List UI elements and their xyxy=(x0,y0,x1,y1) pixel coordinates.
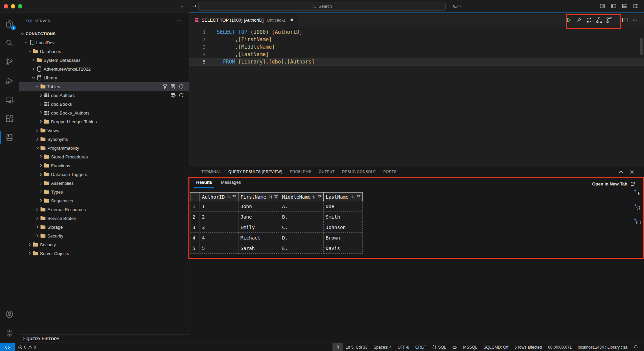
status-language-mode[interactable]: SQL xyxy=(429,343,449,351)
tree-item-external-resources[interactable]: External Resources xyxy=(19,205,189,214)
grid-rownum-cell[interactable]: 4 xyxy=(190,233,200,243)
grid-cell[interactable]: Emily xyxy=(238,222,280,233)
status-problems[interactable]: 00 xyxy=(15,343,39,351)
tree-item-dbo-books-authors[interactable]: dbo.Books_Authors xyxy=(19,108,189,117)
editor-tab-sql-query[interactable]: SELECT TOP (1000) [AuthorID] Untitled-1 xyxy=(189,12,298,27)
sql-editor[interactable]: 1SELECT TOP (1000) [AuthorID]2 ,[FirstNa… xyxy=(189,27,644,166)
tree-item-service-broker[interactable]: Service Broker xyxy=(19,214,189,223)
panel-tab-query-results-preview[interactable]: QUERY RESULTS (PREVIEW) xyxy=(228,166,282,178)
status-connection[interactable]: localhost,1434 : Library : sa xyxy=(575,343,630,351)
panel-tab-problems[interactable]: PROBLEMS xyxy=(290,166,312,178)
grid-cell[interactable]: 3 xyxy=(200,222,238,233)
filter-icon[interactable] xyxy=(274,195,278,199)
status-zoom-indicator[interactable] xyxy=(332,343,343,351)
activity-bar-item-extensions[interactable] xyxy=(0,109,19,128)
toggle-panel-button[interactable] xyxy=(621,3,628,9)
tree-item-programmability[interactable]: Programmability xyxy=(19,144,189,152)
status-sqlcmd[interactable]: SQLCMD: Off xyxy=(480,343,511,351)
results-tab-messages[interactable]: Messages xyxy=(219,178,243,188)
toggle-sidebar-button[interactable] xyxy=(610,3,617,9)
estimated-plan-button[interactable] xyxy=(594,15,604,25)
toggle-secondary-sidebar-button[interactable] xyxy=(632,3,639,9)
tree-item-database-triggers[interactable]: Database Triggers xyxy=(19,170,189,179)
status-mssql-provider[interactable]: MSSQL xyxy=(460,343,480,351)
close-icon[interactable] xyxy=(628,169,635,175)
grid-cell[interactable]: Michael xyxy=(238,233,280,243)
tree-item-types[interactable]: Types xyxy=(19,187,189,196)
table-edit-icon[interactable] xyxy=(170,93,176,98)
grid-cell[interactable]: Brown xyxy=(324,233,363,243)
tree-item-localdev[interactable]: LocalDev xyxy=(19,38,189,47)
activity-bar-item-source-control[interactable] xyxy=(0,52,19,71)
panel-chevron-up-icon[interactable] xyxy=(618,169,624,175)
grid-rownum-cell[interactable]: 2 xyxy=(190,212,200,222)
minimize-window-button[interactable] xyxy=(11,4,15,8)
actual-plan-button[interactable] xyxy=(604,15,614,25)
panel-tab-debug-console[interactable]: DEBUG CONSOLE xyxy=(342,166,376,178)
activity-bar-item-search[interactable] xyxy=(0,33,19,52)
change-connection-button[interactable] xyxy=(584,15,594,25)
grid-cell[interactable]: A. xyxy=(280,201,324,212)
activity-bar-item-settings[interactable] xyxy=(0,324,19,343)
status-query-time[interactable]: 00:00:00.071 xyxy=(545,343,575,351)
grid-cell[interactable]: E. xyxy=(280,243,324,254)
tree-item-databases[interactable]: Databases xyxy=(19,47,189,56)
grid-cell[interactable]: Jane xyxy=(238,212,280,222)
query-history-section[interactable]: QUERY HISTORY xyxy=(19,334,189,343)
tree-item-system-databases[interactable]: System Databases xyxy=(19,56,189,65)
nav-back-button[interactable] xyxy=(180,2,187,10)
grid-cell[interactable]: Johnson xyxy=(324,222,363,233)
tree-item-synonyms[interactable]: Synonyms xyxy=(19,135,189,144)
tree-item-dbo-authors[interactable]: dbo.Authors xyxy=(19,91,189,100)
grid-cell[interactable]: C. xyxy=(280,222,324,233)
sort-icon[interactable] xyxy=(268,195,273,199)
sort-icon[interactable] xyxy=(351,195,355,199)
grid-cell[interactable]: B. xyxy=(280,212,324,222)
nav-forward-button[interactable] xyxy=(190,2,198,10)
grid-cell[interactable]: Davis xyxy=(324,243,363,254)
table-plus-icon[interactable] xyxy=(170,84,176,90)
grid-header-firstname[interactable]: FirstName xyxy=(238,193,280,201)
ellipsis-button[interactable] xyxy=(630,15,640,25)
save-as-json-button[interactable] xyxy=(634,203,641,211)
grid-header-authorid[interactable]: AuthorID xyxy=(200,193,238,201)
save-as-csv-button[interactable] xyxy=(634,218,641,225)
status-eol[interactable]: CRLF xyxy=(412,343,429,351)
tree-item-stored-procedures[interactable]: Stored Procedures xyxy=(19,152,189,161)
tree-item-tables[interactable]: Tables xyxy=(19,82,189,91)
panel-tab-terminal[interactable]: TERMINAL xyxy=(201,166,221,178)
status-rows-affected[interactable]: 5 rows affected xyxy=(511,343,545,351)
filter-icon[interactable] xyxy=(356,195,361,199)
open-in-new-tab-button[interactable]: Open in New Tab xyxy=(592,178,636,190)
status-encoding[interactable]: UTF-8 xyxy=(395,343,412,351)
panel-tab-ports[interactable]: PORTS xyxy=(383,166,396,178)
status-remote-indicator[interactable] xyxy=(0,343,15,351)
grid-rownum-cell[interactable]: 3 xyxy=(190,222,200,233)
tree-item-server-objects[interactable]: Server Objects xyxy=(19,249,189,258)
more-actions-icon[interactable] xyxy=(176,18,182,24)
grid-cell[interactable]: 2 xyxy=(200,212,238,222)
tree-item-library[interactable]: Library xyxy=(19,73,189,82)
command-center-search[interactable]: Search xyxy=(198,2,446,11)
close-window-button[interactable] xyxy=(4,4,8,8)
status-cursor-position[interactable]: Ln 5, Col 33 xyxy=(343,343,371,351)
activity-bar-item-run-and-debug[interactable] xyxy=(0,71,19,90)
activity-bar-item-explorer[interactable]: 1 xyxy=(0,15,19,33)
tree-item-sequences[interactable]: Sequences xyxy=(19,196,189,205)
grid-cell[interactable]: Sarah xyxy=(238,243,280,254)
tree-item-security[interactable]: Security xyxy=(19,231,189,240)
status-indentation[interactable]: Spaces: 4 xyxy=(370,343,394,351)
grid-cell[interactable]: 5 xyxy=(200,243,238,254)
tree-item-storage[interactable]: Storage xyxy=(19,223,189,231)
grid-cell[interactable]: D. xyxy=(280,233,324,243)
filter-icon[interactable] xyxy=(232,195,237,199)
connect-button[interactable] xyxy=(574,15,583,25)
grid-header-middlename[interactable]: MiddleName xyxy=(280,193,324,201)
tree-item-dropped-ledger-tables[interactable]: Dropped Ledger Tables xyxy=(19,117,189,126)
filter-icon[interactable] xyxy=(317,195,322,199)
refresh-icon[interactable] xyxy=(178,93,184,98)
tree-item-adventureworkslt2022[interactable]: AdventureWorksLT2022 xyxy=(19,65,189,73)
refresh-icon[interactable] xyxy=(178,84,184,90)
maximize-window-button[interactable] xyxy=(18,4,22,8)
grid-rownum-cell[interactable]: 5 xyxy=(190,243,200,254)
